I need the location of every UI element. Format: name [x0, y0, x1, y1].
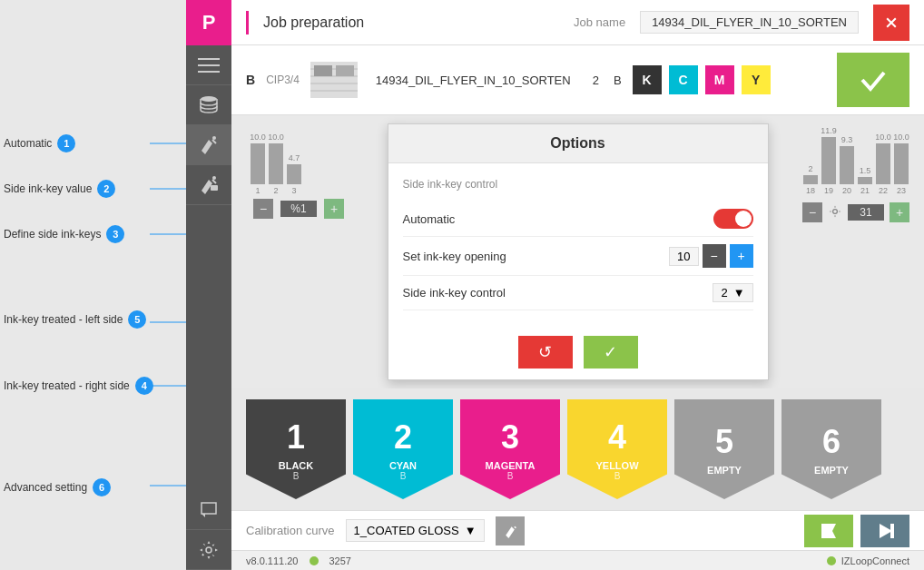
annotation-badge-1: 1 — [57, 134, 75, 152]
action-button-play[interactable] — [860, 515, 909, 547]
header-divider — [246, 11, 249, 34]
svg-line-12 — [212, 180, 216, 183]
calibration-value: 1_COATED GLOSS — [354, 524, 459, 537]
connect-indicator — [827, 556, 836, 565]
header: Job preparation Job name 14934_DIL_FLYER… — [231, 0, 924, 45]
bottom-bar: Calibration curve 1_COATED GLOSS ▼ — [231, 510, 924, 550]
card-num: 3 — [501, 418, 519, 457]
card-name: BLACK — [279, 460, 314, 471]
annotation-panel: Automatic 1 Side ink-key value 2 Define … — [0, 0, 186, 570]
annotation-badge-5: 5 — [128, 310, 146, 329]
opening-minus[interactable]: − — [703, 244, 726, 268]
confirm-button[interactable]: ✓ — [584, 336, 638, 369]
svg-point-11 — [212, 136, 216, 140]
annotation-badge-6: 6 — [93, 478, 111, 496]
annotation-ink-left: Ink-key treated - left side 5 — [4, 310, 146, 329]
color-card-cyan[interactable]: 2 CYAN B — [353, 399, 453, 499]
opening-plus[interactable]: + — [730, 244, 753, 268]
card-sub: B — [507, 471, 514, 481]
sidebar-item-database[interactable] — [186, 85, 231, 125]
gear-icon — [198, 539, 220, 561]
options-body: Side ink-key control Automatic Set ink-k… — [388, 163, 768, 325]
job-badge: B — [246, 73, 255, 87]
job-info-bar: B CIP3/4 14934_DIL_FLYER_IN_10_SORTEN — [231, 45, 924, 115]
ink-keys-area: 10.0 1 10.0 2 4.7 3 — [231, 115, 924, 388]
card-name: YELLOW — [595, 460, 638, 471]
content-area: B CIP3/4 14934_DIL_FLYER_IN_10_SORTEN — [231, 45, 924, 550]
svg-rect-14 — [211, 185, 218, 191]
confirm-button-top[interactable] — [837, 53, 909, 107]
color-count-row: 2 B K C M Y — [589, 65, 771, 94]
svg-point-9 — [201, 96, 217, 102]
checkmark-icon — [855, 62, 891, 98]
color-card-magenta[interactable]: 3 MAGENTA B — [460, 399, 560, 499]
svg-point-15 — [206, 547, 211, 553]
close-button[interactable] — [873, 5, 909, 41]
card-name: EMPTY — [814, 465, 849, 476]
action-button-green[interactable] — [804, 515, 853, 547]
svg-rect-6 — [198, 58, 220, 60]
dropdown-arrow: ▼ — [733, 286, 745, 300]
sidebar-item-settings[interactable] — [186, 530, 231, 570]
card-num: 4 — [608, 418, 626, 457]
sidebar-item-inkkey[interactable] — [186, 125, 231, 165]
job-name-label: Job name — [574, 15, 625, 29]
flag-icon — [818, 520, 840, 542]
status-right: IZLoopConnect — [827, 555, 909, 566]
automatic-row: Automatic — [403, 201, 753, 237]
thumbnail-image — [310, 62, 358, 98]
color-card-empty2[interactable]: 6 EMPTY — [781, 399, 881, 499]
card-name: CYAN — [389, 460, 417, 471]
app-logo[interactable]: P — [186, 0, 231, 45]
calibration-icon-button[interactable] — [496, 516, 525, 545]
card-sub: B — [614, 471, 621, 481]
opening-control: 10 − + — [669, 244, 752, 268]
svg-line-26 — [514, 526, 516, 528]
options-dialog: Options Side ink-key control Automatic S… — [388, 123, 769, 380]
annotation-label: Advanced setting — [4, 481, 87, 494]
automatic-toggle[interactable] — [713, 209, 753, 229]
svg-rect-24 — [336, 65, 354, 76]
cancel-icon: ↺ — [538, 342, 552, 362]
color-btn-m[interactable]: M — [705, 65, 734, 94]
annotation-side-ink-value: Side ink-key value 2 — [4, 180, 115, 198]
annotation-ink-right: Ink-key treated - right side 4 — [4, 377, 153, 395]
color-card-black[interactable]: 1 BLACK B — [246, 399, 346, 499]
set-opening-label: Set ink-key opening — [403, 250, 670, 263]
sidebar-item-chat[interactable] — [186, 490, 231, 530]
job-name-value: 14934_DIL_FLYER_IN_10_SORTEN — [640, 11, 859, 34]
annotation-label: Define side ink-keys — [4, 228, 101, 241]
card-num: 6 — [822, 423, 840, 461]
color-btn-c[interactable]: C — [669, 65, 698, 94]
sidebar-item-menu[interactable] — [186, 45, 231, 85]
toggle-knob — [735, 211, 752, 227]
color-btn-k[interactable]: K — [633, 65, 662, 94]
color-card-yellow[interactable]: 4 YELLOW B — [567, 399, 667, 499]
database-icon — [198, 94, 220, 116]
main-content: Job preparation Job name 14934_DIL_FLYER… — [231, 0, 924, 570]
annotation-badge-3: 3 — [106, 225, 124, 243]
card-sub: B — [293, 471, 300, 481]
automatic-label: Automatic — [403, 212, 713, 226]
color-card-empty1[interactable]: 5 EMPTY — [674, 399, 774, 499]
svg-rect-7 — [198, 64, 220, 66]
side-control-value: 2 — [721, 286, 727, 300]
menu-icon — [198, 54, 220, 76]
calibration-dropdown[interactable]: 1_COATED GLOSS ▼ — [346, 519, 485, 542]
set-opening-row: Set ink-key opening 10 − + — [403, 237, 753, 276]
calibration-label: Calibration curve — [246, 524, 335, 537]
svg-point-13 — [212, 176, 216, 180]
color-count-label: B — [614, 74, 622, 87]
sidebar-item-inkkey2[interactable] — [186, 165, 231, 205]
side-control-dropdown[interactable]: 2 ▼ — [713, 283, 752, 302]
confirm-icon: ✓ — [604, 342, 617, 362]
status-indicator — [310, 556, 319, 565]
annotation-badge-4: 4 — [135, 377, 153, 395]
inkkey2-icon — [198, 174, 220, 196]
calib-dropdown-arrow: ▼ — [465, 524, 477, 537]
annotation-automatic: Automatic 1 — [4, 134, 75, 152]
cancel-button[interactable]: ↺ — [518, 336, 573, 369]
color-btn-y[interactable]: Y — [742, 65, 771, 94]
svg-rect-23 — [314, 65, 332, 76]
calibration-icon — [503, 524, 517, 538]
